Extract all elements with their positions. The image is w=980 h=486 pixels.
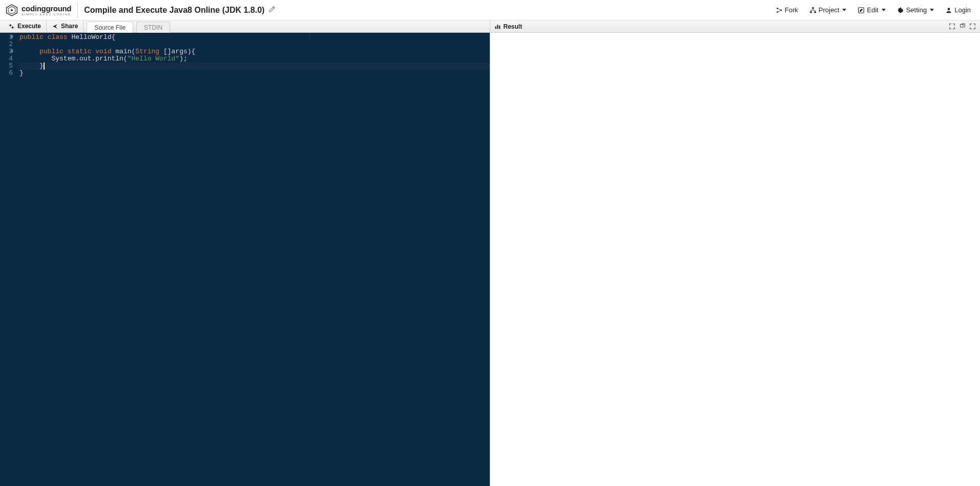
- svg-point-4: [777, 11, 778, 13]
- edit-title-icon[interactable]: [268, 6, 276, 14]
- svg-rect-7: [810, 11, 812, 13]
- setting-button[interactable]: Setting: [893, 4, 938, 16]
- text-cursor: [44, 62, 45, 70]
- result-label: Result: [504, 23, 523, 30]
- gear-icon: [897, 7, 904, 14]
- chevron-down-icon: [882, 9, 886, 11]
- gutter: 1 2 3 4 5 6: [0, 33, 17, 486]
- tab-stdin[interactable]: STDIN: [136, 22, 170, 33]
- svg-rect-8: [814, 11, 816, 13]
- logo[interactable]: codingground SIMPLY EASY CODING: [5, 3, 78, 18]
- tab-source-file[interactable]: Source File: [87, 22, 133, 33]
- login-button[interactable]: Login: [941, 4, 975, 16]
- restore-icon[interactable]: [958, 23, 966, 30]
- header-right: Fork Project Edit Setting: [772, 4, 975, 16]
- sitemap-icon: [809, 7, 817, 14]
- svg-point-12: [12, 27, 13, 28]
- svg-point-11: [10, 24, 11, 26]
- logo-icon: [5, 4, 18, 17]
- workspace: Execute Share Source File STDIN 1 2 3 4 …: [0, 20, 980, 486]
- project-button[interactable]: Project: [805, 4, 850, 16]
- pencil-square-icon: [858, 7, 865, 14]
- svg-point-10: [948, 8, 950, 10]
- result-output[interactable]: [490, 33, 981, 486]
- page-title: Compile and Execute Java8 Online (JDK 1.…: [84, 6, 276, 15]
- share-button[interactable]: Share: [47, 20, 84, 32]
- svg-rect-15: [499, 26, 500, 29]
- fork-icon: [776, 7, 783, 14]
- left-pane: Execute Share Source File STDIN 1 2 3 4 …: [0, 20, 490, 486]
- bar-chart-icon: [494, 23, 501, 30]
- svg-point-2: [11, 9, 13, 11]
- execute-button[interactable]: Execute: [3, 20, 47, 32]
- cogs-icon: [8, 23, 15, 30]
- svg-point-5: [780, 9, 782, 11]
- code-content[interactable]: public class HelloWorld{ public static v…: [17, 33, 490, 486]
- svg-rect-13: [495, 27, 496, 29]
- right-pane: Result: [490, 20, 981, 486]
- collapse-icon[interactable]: [948, 23, 955, 30]
- header: codingground SIMPLY EASY CODING Compile …: [0, 0, 980, 20]
- print-margin: [309, 33, 310, 40]
- svg-rect-6: [812, 7, 814, 9]
- svg-rect-14: [497, 25, 498, 29]
- svg-point-3: [777, 8, 778, 9]
- fullscreen-icon[interactable]: [969, 23, 976, 30]
- result-toolbar: Result: [490, 20, 981, 33]
- fork-button[interactable]: Fork: [772, 4, 802, 16]
- share-icon: [52, 23, 58, 30]
- edit-button[interactable]: Edit: [853, 4, 889, 16]
- editor-toolbar: Execute Share Source File STDIN: [0, 20, 490, 33]
- chevron-down-icon: [930, 9, 934, 11]
- svg-rect-16: [960, 25, 963, 27]
- logo-text: codingground SIMPLY EASY CODING: [22, 5, 71, 16]
- user-icon: [945, 7, 952, 14]
- code-editor[interactable]: 1 2 3 4 5 6 public class HelloWorld{ pub…: [0, 33, 490, 486]
- chevron-down-icon: [842, 9, 846, 11]
